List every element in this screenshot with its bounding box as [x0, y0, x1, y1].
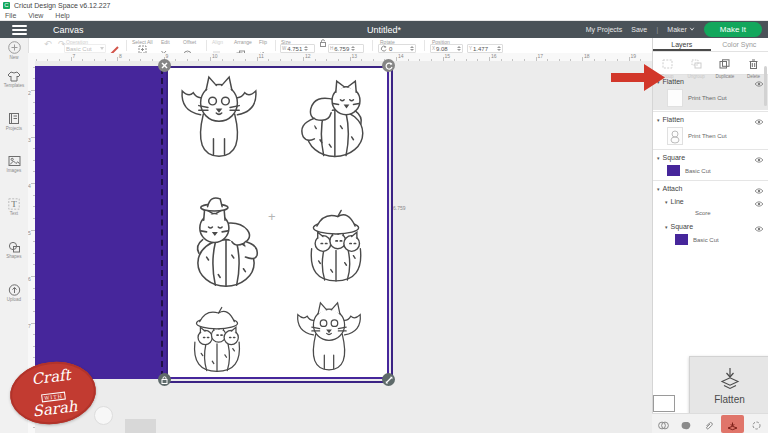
contour-button[interactable]: Contour	[745, 414, 768, 433]
layer-sublayer[interactable]: Basic Cut	[653, 164, 768, 179]
duplicate-icon	[719, 59, 730, 69]
layer-group-square-2[interactable]: ▾ Square	[661, 220, 768, 233]
flatten-icon	[727, 422, 738, 431]
text-icon: T	[8, 198, 20, 210]
visibility-eye-icon[interactable]	[754, 111, 764, 129]
sidebar-item-new[interactable]: New	[0, 41, 28, 60]
layer-sublayer-score[interactable]: Score	[661, 208, 768, 220]
layer-sublayer[interactable]: Print Then Cut	[653, 126, 768, 148]
layer-sublayer[interactable]: Basic Cut	[661, 233, 768, 248]
menu-view[interactable]: View	[28, 12, 43, 19]
lock-handle-icon[interactable]	[158, 373, 171, 386]
artwork-pumpkin-kittens-2[interactable]	[173, 298, 261, 377]
selection-height-label: 6.759	[393, 205, 406, 211]
dropdown-caret-icon	[100, 47, 104, 50]
design-canvas[interactable]: + 6.759	[35, 61, 652, 433]
contour-icon	[752, 421, 761, 430]
upload-icon	[8, 284, 21, 296]
layer-color-swatch	[667, 165, 680, 176]
flatten-button[interactable]: Flatten	[721, 415, 744, 433]
collapse-caret-icon[interactable]: ▾	[657, 117, 660, 123]
collapse-caret-icon[interactable]: ▾	[657, 155, 660, 161]
selected-color-swatch[interactable]	[653, 395, 675, 412]
delete-handle-icon[interactable]	[158, 59, 171, 72]
canvas-page-label[interactable]: Canvas	[53, 25, 84, 35]
selection-center-crosshair: +	[268, 209, 276, 224]
resize-handle-icon[interactable]	[382, 373, 395, 386]
weld-button[interactable]: Weld	[675, 414, 698, 433]
window-titlebar: C Cricut Design Space v6.12.227	[0, 0, 768, 11]
size-height-field[interactable]: H6.759	[328, 44, 364, 53]
position-x-field[interactable]: X9.08	[430, 44, 463, 53]
ungroup-button[interactable]: Ungroup	[682, 52, 711, 74]
sidebar-item-projects[interactable]: Projects	[0, 112, 28, 131]
app-header: Canvas Untitled* My Projects Save | Make…	[0, 21, 768, 38]
artwork-pumpkin-kittens-1[interactable]	[288, 200, 384, 287]
layer-name: Flatten	[663, 116, 754, 123]
sidebar-item-text[interactable]: T Text	[0, 198, 28, 216]
artwork-bat-cat-2[interactable]	[278, 299, 380, 377]
header-separator: |	[656, 25, 658, 34]
layer-thumbnail	[667, 127, 683, 145]
layers-scrollbar[interactable]	[764, 66, 767, 106]
shapes-icon	[8, 241, 21, 253]
ungroup-icon	[691, 59, 702, 69]
layer-group-flatten-1[interactable]: ▾ Flatten Print Then Cut	[653, 75, 768, 110]
cricut-app-icon: C	[3, 2, 10, 9]
visibility-eye-icon[interactable]	[754, 149, 764, 167]
sidebar-item-images[interactable]: Images	[0, 155, 28, 173]
artwork-cat-hat-pumpkin[interactable]	[176, 195, 276, 292]
position-y-field[interactable]: Y1.477	[467, 44, 503, 53]
machine-selector[interactable]: Maker	[667, 26, 694, 33]
sidebar-item-shapes[interactable]: Shapes	[0, 241, 28, 259]
layer-group-line[interactable]: ▾ Line	[661, 195, 768, 208]
menu-file[interactable]: File	[5, 12, 16, 19]
rotate-stepper[interactable]	[410, 46, 414, 51]
visibility-eye-icon[interactable]	[754, 218, 764, 236]
attach-icon	[704, 421, 713, 430]
save-link[interactable]: Save	[631, 26, 647, 33]
hamburger-menu-icon[interactable]	[12, 23, 27, 37]
size-width-field[interactable]: W4.751	[280, 44, 315, 53]
artwork-bat-cat-1[interactable]	[173, 71, 265, 166]
visibility-eye-icon[interactable]	[754, 73, 764, 91]
window-title: Cricut Design Space v6.12.227	[14, 2, 111, 9]
layer-group-attach[interactable]: ▾ Attach ▾ Line Score ▾ Square Basic Cut	[653, 182, 768, 248]
layer-name: Line	[671, 198, 754, 205]
layer-sublayer[interactable]: Print Then Cut	[653, 88, 768, 110]
layer-name: Attach	[663, 185, 754, 192]
layer-color-swatch	[675, 234, 688, 245]
layer-group-flatten-2[interactable]: ▾ Flatten Print Then Cut	[653, 113, 768, 148]
tab-layers[interactable]: Layers	[653, 38, 711, 51]
canvas-bottom-box	[125, 419, 156, 433]
sidebar-item-upload[interactable]: Upload	[0, 284, 28, 302]
notebook-icon	[8, 112, 20, 125]
sidebar-item-templates[interactable]: Templates	[0, 70, 28, 88]
slice-button[interactable]: Slice	[652, 414, 675, 433]
layer-name: Flatten	[663, 78, 754, 85]
menu-help[interactable]: Help	[55, 12, 69, 19]
position-y-stepper[interactable]	[497, 46, 501, 51]
tab-color-sync[interactable]: Color Sync	[711, 38, 768, 51]
layer-actions-bar: Slice Weld Attach Flatten Contour	[652, 413, 768, 433]
height-stepper[interactable]	[351, 46, 355, 51]
layer-group-square[interactable]: ▾ Square Basic Cut	[653, 151, 768, 179]
trash-icon	[749, 59, 758, 69]
collapse-caret-icon[interactable]: ▾	[665, 224, 668, 230]
position-x-stepper[interactable]	[457, 46, 461, 51]
lock-aspect-icon[interactable]	[319, 39, 327, 47]
rotate-field[interactable]: 0	[378, 44, 416, 53]
my-projects-link[interactable]: My Projects	[586, 26, 623, 33]
undo-icon[interactable]: ↶	[44, 39, 52, 49]
score-line-layer[interactable]	[161, 68, 163, 377]
make-it-button[interactable]: Make It	[704, 22, 762, 37]
collapse-caret-icon[interactable]: ▾	[665, 199, 668, 205]
width-stepper[interactable]	[304, 46, 308, 51]
artwork-cat-on-pumpkin[interactable]	[283, 70, 383, 163]
attach-button[interactable]: Attach	[698, 414, 721, 433]
collapse-caret-icon[interactable]: ▾	[657, 186, 660, 192]
visibility-eye-icon[interactable]	[754, 193, 764, 211]
operation-dropdown[interactable]: Basic Cut	[64, 44, 106, 53]
rotate-handle-icon[interactable]	[382, 59, 395, 72]
duplicate-button[interactable]: Duplicate	[711, 52, 740, 74]
